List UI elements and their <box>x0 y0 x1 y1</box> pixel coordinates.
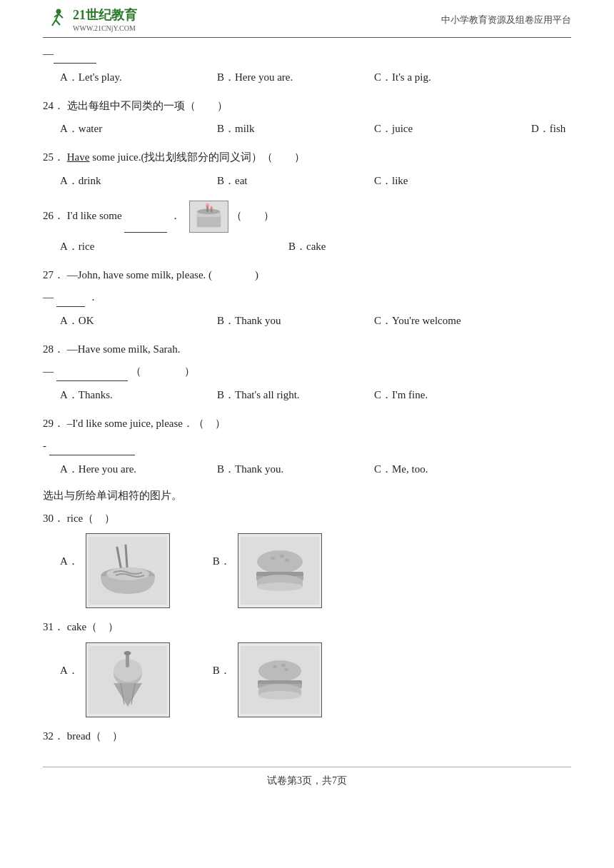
q25-block: 25． Have some juice.(找出划线部分的同义词）（ ） A．dr… <box>43 148 571 191</box>
q29-optA: A．Here you are. <box>60 460 217 479</box>
logo-text: 21世纪教育 WWW.21CNjY.COM <box>73 7 137 33</box>
q27-number: 27． <box>43 269 64 281</box>
q31-block: 31． cake（ ） A． <box>43 618 571 717</box>
q24-block: 24． 选出每组中不同类的一项（ ） A．water B．milk C．juic… <box>43 97 571 139</box>
q23-options: A．Let's play. B．Here you are. C．It's a p… <box>60 68 571 87</box>
q29-blank <box>49 444 135 455</box>
q31-optA: A． <box>60 642 170 717</box>
svg-point-35 <box>124 651 131 655</box>
q23-block: — A．Let's play. B．Here you are. C．It's a… <box>43 45 571 87</box>
q23-dash: — <box>43 48 54 59</box>
q27-optB: B．Thank you <box>217 311 374 330</box>
q23-stem: — <box>43 45 571 64</box>
svg-point-38 <box>273 665 277 668</box>
q30-optB-label: B． <box>213 555 231 568</box>
q32-block: 32． bread（ ） <box>43 727 571 746</box>
footer-text: 试卷第3页，共7页 <box>267 775 347 786</box>
q28-stem2: — （ ） <box>43 363 571 381</box>
svg-line-4 <box>59 14 63 19</box>
q28-optA: A．Thanks. <box>60 385 217 405</box>
q27-period: ． <box>88 291 99 303</box>
q25-options: A．drink B．eat C．like <box>60 171 571 191</box>
q27-dash: — <box>43 291 54 303</box>
brand-name: 21世纪教育 <box>73 7 137 24</box>
q27-options: A．OK B．Thank you C．You're welcome <box>60 311 571 330</box>
section-label-text: 选出与所给单词相符的图片。 <box>43 490 182 501</box>
svg-point-20 <box>271 557 275 560</box>
q28-stem: 28． —Have some milk, Sarah. <box>43 340 571 359</box>
svg-point-22 <box>285 559 289 562</box>
q29-number: 29． <box>43 418 64 429</box>
q27-optA: A．OK <box>60 311 217 330</box>
svg-point-0 <box>56 9 61 14</box>
brand-url: WWW.21CNjY.COM <box>73 24 137 33</box>
q25-number: 25． <box>43 151 64 163</box>
q23-optC: C．It's a pig. <box>374 68 531 87</box>
q31-optB-label: B． <box>213 664 231 677</box>
q24-optA: A．water <box>60 119 217 138</box>
q32-stem: 32． bread（ ） <box>43 727 571 746</box>
q24-text: 选出每组中不同类的一项（ ） <box>67 100 228 111</box>
q24-number: 24． <box>43 100 64 111</box>
q25-optC: C．like <box>374 171 531 191</box>
q28-dash: — <box>43 365 54 377</box>
q26-blank <box>124 221 167 233</box>
q28-text: —Have some milk, Sarah. <box>67 343 181 355</box>
q27-stem2: — ． <box>43 288 571 307</box>
q24-stem: 24． 选出每组中不同类的一项（ ） <box>43 97 571 116</box>
q28-options: A．Thanks. B．That's all right. C．I'm fine… <box>60 385 571 405</box>
page-footer: 试卷第3页，共7页 <box>43 767 571 787</box>
platform-text: 中小学教育资源及组卷应用平台 <box>441 14 571 26</box>
q28-bracket: （ ） <box>131 365 195 377</box>
q29-stem2: - <box>43 437 571 455</box>
q32-word: bread（ ） <box>67 730 123 742</box>
q24-options: A．water B．milk C．juice D．fish <box>60 119 571 138</box>
q24-optC: C．juice <box>374 119 531 138</box>
svg-point-19 <box>257 550 303 573</box>
svg-point-39 <box>281 664 286 667</box>
burger-svg <box>241 537 319 605</box>
q27-block: 27． —John, have some milk, please. ( ) —… <box>43 266 571 330</box>
q26-optB: B．cake <box>288 237 446 256</box>
q30-block: 30． rice（ ） A． <box>43 510 571 609</box>
q26-text1: I'd like some <box>67 210 125 221</box>
svg-point-10 <box>206 203 209 208</box>
q26-bracket: （ ） <box>231 210 274 221</box>
logo-icon <box>43 7 69 33</box>
cake-image-inline <box>189 201 228 233</box>
q28-optC: C．I'm fine. <box>374 385 531 405</box>
q30-imageA <box>86 533 170 608</box>
q29-block: 29． –I'd like some juice, please．（ ） - A… <box>43 415 571 479</box>
q26-text2: ． <box>170 210 181 221</box>
q31-stem: 31． cake（ ） <box>43 618 571 637</box>
q31-word: cake（ ） <box>67 621 119 632</box>
svg-point-12 <box>210 206 213 209</box>
q29-options: A．Here you are. B．Thank you. C．Me, too. <box>60 460 571 479</box>
q31-imageA <box>86 642 170 717</box>
q27-stem: 27． —John, have some milk, please. ( ) <box>43 266 571 285</box>
icecream-svg <box>89 646 167 714</box>
svg-line-2 <box>52 20 56 26</box>
q29-dash: - <box>43 440 46 451</box>
q31-image-options: A． <box>60 642 571 717</box>
q27-text: —John, have some milk, please. ( ) <box>67 269 258 281</box>
svg-point-27 <box>257 582 303 591</box>
q30-stem: 30． rice（ ） <box>43 510 571 528</box>
q30-image-options: A． <box>60 533 571 608</box>
logo-area: 21世纪教育 WWW.21CNjY.COM <box>43 7 137 33</box>
q29-stem: 29． –I'd like some juice, please．（ ） <box>43 415 571 433</box>
q23-optA: A．Let's play. <box>60 68 217 87</box>
q29-optC: C．Me, too. <box>374 460 531 479</box>
page: 21世纪教育 WWW.21CNjY.COM 中小学教育资源及组卷应用平台 — A… <box>0 0 614 868</box>
q30-optA-label: A． <box>60 555 79 568</box>
svg-point-21 <box>280 555 284 557</box>
q26-number: 26． <box>43 210 64 221</box>
q27-blank <box>56 296 85 307</box>
q30-number: 30． <box>43 513 64 524</box>
q27-optC: C．You're welcome <box>374 311 531 330</box>
q28-optB: B．That's all right. <box>217 385 374 405</box>
q30-imageB <box>238 533 322 608</box>
noodle-bowl-svg <box>89 537 167 605</box>
q26-stem: 26． I'd like some ． （ ） <box>43 201 571 233</box>
q29-text: –I'd like some juice, please．（ ） <box>67 418 226 429</box>
